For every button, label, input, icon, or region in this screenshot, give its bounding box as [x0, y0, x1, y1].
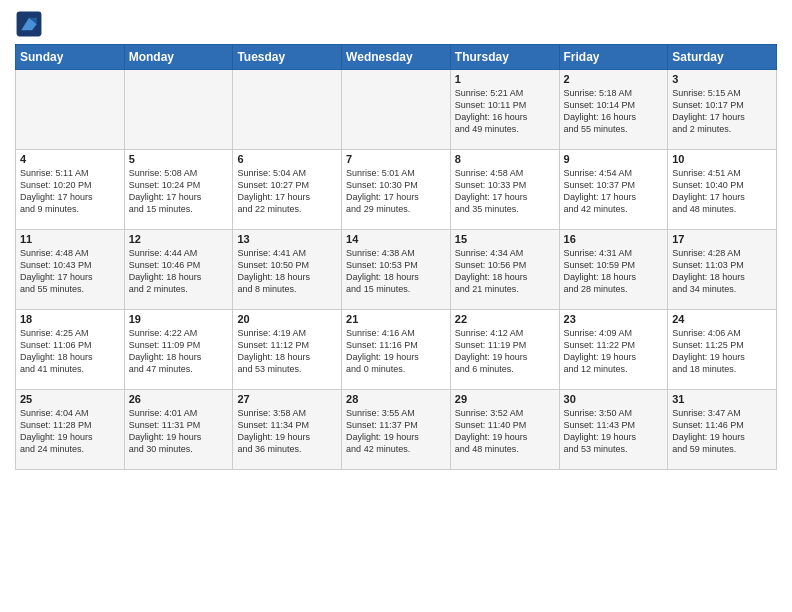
col-header-monday: Monday — [124, 45, 233, 70]
day-number: 7 — [346, 153, 446, 165]
day-number: 29 — [455, 393, 555, 405]
cell-week1-day4 — [342, 70, 451, 150]
cell-week1-day2 — [124, 70, 233, 150]
day-number: 14 — [346, 233, 446, 245]
cell-week1-day6: 2Sunrise: 5:18 AM Sunset: 10:14 PM Dayli… — [559, 70, 668, 150]
day-number: 4 — [20, 153, 120, 165]
cell-week1-day5: 1Sunrise: 5:21 AM Sunset: 10:11 PM Dayli… — [450, 70, 559, 150]
day-number: 15 — [455, 233, 555, 245]
cell-week4-day3: 20Sunrise: 4:19 AM Sunset: 11:12 PM Dayl… — [233, 310, 342, 390]
day-number: 6 — [237, 153, 337, 165]
week-row-2: 4Sunrise: 5:11 AM Sunset: 10:20 PM Dayli… — [16, 150, 777, 230]
day-info: Sunrise: 5:08 AM Sunset: 10:24 PM Daylig… — [129, 167, 229, 216]
cell-week5-day4: 28Sunrise: 3:55 AM Sunset: 11:37 PM Dayl… — [342, 390, 451, 470]
day-info: Sunrise: 4:44 AM Sunset: 10:46 PM Daylig… — [129, 247, 229, 296]
cell-week5-day2: 26Sunrise: 4:01 AM Sunset: 11:31 PM Dayl… — [124, 390, 233, 470]
day-number: 10 — [672, 153, 772, 165]
day-number: 8 — [455, 153, 555, 165]
cell-week5-day7: 31Sunrise: 3:47 AM Sunset: 11:46 PM Dayl… — [668, 390, 777, 470]
day-info: Sunrise: 4:19 AM Sunset: 11:12 PM Daylig… — [237, 327, 337, 376]
day-info: Sunrise: 3:52 AM Sunset: 11:40 PM Daylig… — [455, 407, 555, 456]
day-number: 18 — [20, 313, 120, 325]
cell-week5-day1: 25Sunrise: 4:04 AM Sunset: 11:28 PM Dayl… — [16, 390, 125, 470]
cell-week3-day2: 12Sunrise: 4:44 AM Sunset: 10:46 PM Dayl… — [124, 230, 233, 310]
day-info: Sunrise: 4:34 AM Sunset: 10:56 PM Daylig… — [455, 247, 555, 296]
cell-week3-day5: 15Sunrise: 4:34 AM Sunset: 10:56 PM Dayl… — [450, 230, 559, 310]
day-number: 19 — [129, 313, 229, 325]
day-info: Sunrise: 4:51 AM Sunset: 10:40 PM Daylig… — [672, 167, 772, 216]
cell-week2-day1: 4Sunrise: 5:11 AM Sunset: 10:20 PM Dayli… — [16, 150, 125, 230]
day-info: Sunrise: 5:11 AM Sunset: 10:20 PM Daylig… — [20, 167, 120, 216]
day-number: 23 — [564, 313, 664, 325]
cell-week3-day4: 14Sunrise: 4:38 AM Sunset: 10:53 PM Dayl… — [342, 230, 451, 310]
day-info: Sunrise: 3:55 AM Sunset: 11:37 PM Daylig… — [346, 407, 446, 456]
col-header-thursday: Thursday — [450, 45, 559, 70]
day-info: Sunrise: 4:22 AM Sunset: 11:09 PM Daylig… — [129, 327, 229, 376]
week-row-3: 11Sunrise: 4:48 AM Sunset: 10:43 PM Dayl… — [16, 230, 777, 310]
day-number: 20 — [237, 313, 337, 325]
cell-week4-day7: 24Sunrise: 4:06 AM Sunset: 11:25 PM Dayl… — [668, 310, 777, 390]
cell-week3-day7: 17Sunrise: 4:28 AM Sunset: 11:03 PM Dayl… — [668, 230, 777, 310]
cell-week4-day1: 18Sunrise: 4:25 AM Sunset: 11:06 PM Dayl… — [16, 310, 125, 390]
day-number: 27 — [237, 393, 337, 405]
day-info: Sunrise: 4:54 AM Sunset: 10:37 PM Daylig… — [564, 167, 664, 216]
cell-week4-day2: 19Sunrise: 4:22 AM Sunset: 11:09 PM Dayl… — [124, 310, 233, 390]
day-number: 5 — [129, 153, 229, 165]
day-info: Sunrise: 4:01 AM Sunset: 11:31 PM Daylig… — [129, 407, 229, 456]
cell-week2-day3: 6Sunrise: 5:04 AM Sunset: 10:27 PM Dayli… — [233, 150, 342, 230]
cell-week2-day5: 8Sunrise: 4:58 AM Sunset: 10:33 PM Dayli… — [450, 150, 559, 230]
week-row-4: 18Sunrise: 4:25 AM Sunset: 11:06 PM Dayl… — [16, 310, 777, 390]
cell-week1-day7: 3Sunrise: 5:15 AM Sunset: 10:17 PM Dayli… — [668, 70, 777, 150]
day-number: 22 — [455, 313, 555, 325]
day-number: 1 — [455, 73, 555, 85]
day-number: 9 — [564, 153, 664, 165]
day-info: Sunrise: 3:47 AM Sunset: 11:46 PM Daylig… — [672, 407, 772, 456]
day-info: Sunrise: 3:58 AM Sunset: 11:34 PM Daylig… — [237, 407, 337, 456]
day-info: Sunrise: 3:50 AM Sunset: 11:43 PM Daylig… — [564, 407, 664, 456]
cell-week1-day3 — [233, 70, 342, 150]
cell-week2-day7: 10Sunrise: 4:51 AM Sunset: 10:40 PM Dayl… — [668, 150, 777, 230]
cell-week3-day1: 11Sunrise: 4:48 AM Sunset: 10:43 PM Dayl… — [16, 230, 125, 310]
day-number: 24 — [672, 313, 772, 325]
day-info: Sunrise: 4:48 AM Sunset: 10:43 PM Daylig… — [20, 247, 120, 296]
page: SundayMondayTuesdayWednesdayThursdayFrid… — [0, 0, 792, 612]
cell-week2-day4: 7Sunrise: 5:01 AM Sunset: 10:30 PM Dayli… — [342, 150, 451, 230]
day-number: 31 — [672, 393, 772, 405]
day-number: 13 — [237, 233, 337, 245]
col-header-saturday: Saturday — [668, 45, 777, 70]
day-info: Sunrise: 4:41 AM Sunset: 10:50 PM Daylig… — [237, 247, 337, 296]
calendar-table: SundayMondayTuesdayWednesdayThursdayFrid… — [15, 44, 777, 470]
day-info: Sunrise: 5:18 AM Sunset: 10:14 PM Daylig… — [564, 87, 664, 136]
day-number: 28 — [346, 393, 446, 405]
logo — [15, 10, 47, 38]
col-header-tuesday: Tuesday — [233, 45, 342, 70]
cell-week4-day5: 22Sunrise: 4:12 AM Sunset: 11:19 PM Dayl… — [450, 310, 559, 390]
day-info: Sunrise: 4:25 AM Sunset: 11:06 PM Daylig… — [20, 327, 120, 376]
day-info: Sunrise: 4:28 AM Sunset: 11:03 PM Daylig… — [672, 247, 772, 296]
day-info: Sunrise: 4:09 AM Sunset: 11:22 PM Daylig… — [564, 327, 664, 376]
logo-icon — [15, 10, 43, 38]
day-info: Sunrise: 5:21 AM Sunset: 10:11 PM Daylig… — [455, 87, 555, 136]
cell-week5-day3: 27Sunrise: 3:58 AM Sunset: 11:34 PM Dayl… — [233, 390, 342, 470]
cell-week5-day5: 29Sunrise: 3:52 AM Sunset: 11:40 PM Dayl… — [450, 390, 559, 470]
cell-week1-day1 — [16, 70, 125, 150]
cell-week2-day2: 5Sunrise: 5:08 AM Sunset: 10:24 PM Dayli… — [124, 150, 233, 230]
day-info: Sunrise: 5:01 AM Sunset: 10:30 PM Daylig… — [346, 167, 446, 216]
day-number: 30 — [564, 393, 664, 405]
header-row: SundayMondayTuesdayWednesdayThursdayFrid… — [16, 45, 777, 70]
day-info: Sunrise: 4:38 AM Sunset: 10:53 PM Daylig… — [346, 247, 446, 296]
cell-week3-day6: 16Sunrise: 4:31 AM Sunset: 10:59 PM Dayl… — [559, 230, 668, 310]
cell-week4-day4: 21Sunrise: 4:16 AM Sunset: 11:16 PM Dayl… — [342, 310, 451, 390]
cell-week4-day6: 23Sunrise: 4:09 AM Sunset: 11:22 PM Dayl… — [559, 310, 668, 390]
day-number: 2 — [564, 73, 664, 85]
day-info: Sunrise: 4:16 AM Sunset: 11:16 PM Daylig… — [346, 327, 446, 376]
day-number: 11 — [20, 233, 120, 245]
cell-week5-day6: 30Sunrise: 3:50 AM Sunset: 11:43 PM Dayl… — [559, 390, 668, 470]
col-header-wednesday: Wednesday — [342, 45, 451, 70]
day-info: Sunrise: 4:12 AM Sunset: 11:19 PM Daylig… — [455, 327, 555, 376]
day-info: Sunrise: 4:58 AM Sunset: 10:33 PM Daylig… — [455, 167, 555, 216]
day-info: Sunrise: 4:04 AM Sunset: 11:28 PM Daylig… — [20, 407, 120, 456]
day-number: 25 — [20, 393, 120, 405]
day-info: Sunrise: 5:15 AM Sunset: 10:17 PM Daylig… — [672, 87, 772, 136]
day-info: Sunrise: 5:04 AM Sunset: 10:27 PM Daylig… — [237, 167, 337, 216]
